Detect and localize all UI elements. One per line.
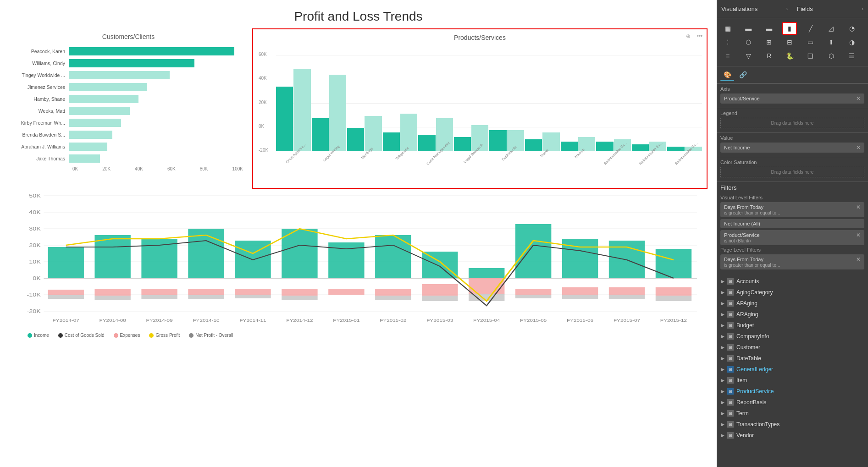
filter-net-name: Net Income (All) xyxy=(724,221,760,226)
svg-text:30K: 30K xyxy=(29,226,41,232)
axis-remove[interactable]: ✕ xyxy=(856,95,861,102)
customers-chart-title: Customers/Clients xyxy=(14,33,243,40)
field-item-customer[interactable]: ▶⊞Customer xyxy=(717,342,868,353)
filter-prod-remove[interactable]: ✕ xyxy=(856,232,861,238)
field-item-accounts[interactable]: ▶⊞Accounts xyxy=(717,276,868,287)
svg-rect-30 xyxy=(235,295,271,298)
viz-card[interactable]: ▭ xyxy=(803,36,818,49)
svg-text:FY2015-05: FY2015-05 xyxy=(520,318,547,322)
svg-rect-56 xyxy=(656,296,691,301)
viz-area[interactable]: ◿ xyxy=(824,22,839,35)
field-chevron: ▶ xyxy=(721,301,724,306)
viz-slicer[interactable]: ☰ xyxy=(845,49,859,62)
viz-line[interactable]: ╱ xyxy=(803,22,818,35)
customer-bar-item: Williams, Cindy xyxy=(14,59,243,67)
viz-kpi[interactable]: ⬆ xyxy=(824,36,839,49)
filter-product-service[interactable]: Product/Service ✕ is not (Blank) xyxy=(720,230,864,245)
filter-days-from-today[interactable]: Days From Today ✕ is greater than or equ… xyxy=(720,202,864,217)
link-icon[interactable]: 🔗 xyxy=(736,69,750,81)
viz-custom1[interactable]: ❏ xyxy=(803,49,818,62)
field-item-agingcategory[interactable]: ▶⊞AgingCategory xyxy=(717,287,868,298)
svg-rect-18 xyxy=(48,295,83,299)
field-item-datetable[interactable]: ▶⊞DateTable xyxy=(717,353,868,364)
viz-scatter[interactable]: ⁚ xyxy=(720,36,735,49)
field-name: AgingCategory xyxy=(736,289,773,296)
field-item-generalledger[interactable]: ▶⊞GeneralLedger xyxy=(717,364,868,375)
svg-rect-31 xyxy=(282,229,317,278)
viz-gauge[interactable]: ◑ xyxy=(845,36,859,49)
field-name: ProductService xyxy=(736,388,774,395)
expenses-label: Expenses xyxy=(120,333,140,338)
value-label: Value xyxy=(720,135,864,141)
viz-funnel[interactable]: ▽ xyxy=(741,49,756,62)
axis-pill[interactable]: Product/Service ✕ xyxy=(720,93,864,104)
svg-text:-20K: -20K xyxy=(27,308,41,314)
viz-waterfall[interactable]: ≡ xyxy=(720,49,735,62)
visual-filters-label: Visual Level Filters xyxy=(720,195,864,200)
legend-drop: Drag data fields here xyxy=(720,118,864,128)
legend-section: Legend Drag data fields here xyxy=(717,108,868,132)
svg-text:50K: 50K xyxy=(29,193,41,199)
viz-stacked-bar[interactable]: ▦ xyxy=(720,22,735,35)
field-table-icon: ⊞ xyxy=(727,366,734,373)
visualizations-tab[interactable]: Visualizations › xyxy=(717,0,792,18)
field-name: GeneralLedger xyxy=(736,366,773,373)
svg-rect-27 xyxy=(188,295,224,299)
svg-rect-48 xyxy=(562,239,598,278)
filter-page-days-remove[interactable]: ✕ xyxy=(856,256,861,263)
field-item-vendor[interactable]: ▶⊞Vendor xyxy=(717,430,868,441)
pin-icon[interactable]: ⊕ xyxy=(684,32,693,41)
viz-bar[interactable]: ▬ xyxy=(741,22,756,35)
filter-net-income[interactable]: Net Income (All) xyxy=(720,219,864,228)
paint-icon[interactable]: 🎨 xyxy=(720,69,734,81)
customer-bar-item: Jimenez Services xyxy=(14,83,243,91)
products-chart[interactable]: Products/Services ⊕ ••• 60K 40K 20K 0K -… xyxy=(252,28,708,189)
field-item-term[interactable]: ▶⊞Term xyxy=(717,408,868,419)
viz-map[interactable]: ⬡ xyxy=(741,36,756,49)
field-chevron: ▶ xyxy=(721,312,724,317)
value-pill[interactable]: Net Income ✕ xyxy=(720,143,864,153)
field-item-companyinfo[interactable]: ▶⊞CompanyInfo xyxy=(717,331,868,342)
customer-bar-item: Abraham J. Williams xyxy=(14,143,243,151)
field-item-transactiontypes[interactable]: ▶⊞TransactionTypes xyxy=(717,419,868,430)
net-profit-dot xyxy=(189,333,194,338)
field-name: DateTable xyxy=(736,355,761,362)
viz-py[interactable]: 🐍 xyxy=(782,49,797,62)
more-options-icon[interactable]: ••• xyxy=(695,32,704,41)
svg-text:FY2015-02: FY2015-02 xyxy=(380,318,406,322)
viz-r[interactable]: R xyxy=(762,49,776,62)
field-item-reportbasis[interactable]: ▶⊞ReportBasis xyxy=(717,397,868,408)
viz-column-selected[interactable]: ▮ xyxy=(782,22,797,35)
svg-rect-47 xyxy=(515,295,551,298)
filter-page-days[interactable]: Days From Today ✕ is greater than or equ… xyxy=(720,254,864,269)
main-content: Profit and Loss Trends Customers/Clients… xyxy=(0,0,717,467)
viz-100-bar[interactable]: ▬ xyxy=(762,22,776,35)
customer-bar-item: Jake Thomas xyxy=(14,154,243,163)
field-table-icon: ⊞ xyxy=(727,410,734,417)
svg-rect-19 xyxy=(94,235,130,278)
viz-matrix[interactable]: ⊟ xyxy=(782,36,797,49)
fields-tab[interactable]: Fields › xyxy=(792,0,868,18)
viz-table[interactable]: ⊞ xyxy=(762,36,776,49)
svg-text:FY2015-06: FY2015-06 xyxy=(567,318,593,322)
customers-bar-chart: Peacock, KarenWilliams, CindyTingey Worl… xyxy=(14,47,243,176)
field-item-productservice[interactable]: ▶⊞ProductService xyxy=(717,386,868,397)
field-item-item[interactable]: ▶⊞Item xyxy=(717,375,868,386)
axis-value: Product/Service xyxy=(724,96,760,101)
field-chevron: ▶ xyxy=(721,422,724,427)
viz-pie[interactable]: ◔ xyxy=(845,22,859,35)
value-remove[interactable]: ✕ xyxy=(856,144,861,151)
top-charts-row: Customers/Clients Peacock, KarenWilliams… xyxy=(0,28,717,189)
value-section: Value Net Income ✕ xyxy=(717,132,868,157)
field-item-budget[interactable]: ▶⊞Budget xyxy=(717,320,868,331)
legend-cogs: Cost of Goods Sold xyxy=(58,333,105,338)
field-name: ReportBasis xyxy=(736,399,766,406)
field-item-apaging[interactable]: ▶⊞APAging xyxy=(717,298,868,309)
filter-page-days-desc: is greater than or equal to... xyxy=(724,263,861,268)
viz-custom2[interactable]: ⬡ xyxy=(824,49,839,62)
filter-days-remove[interactable]: ✕ xyxy=(856,204,861,210)
svg-text:FY2015-03: FY2015-03 xyxy=(426,318,453,322)
page-title: Profit and Loss Trends xyxy=(0,0,717,28)
field-item-araging[interactable]: ▶⊞ARAging xyxy=(717,309,868,320)
field-table-icon: ⊞ xyxy=(727,355,734,362)
